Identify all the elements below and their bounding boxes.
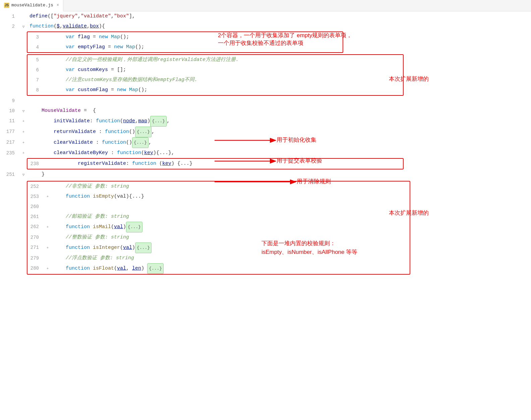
js-file-icon: JS (4, 3, 9, 8)
fold-button[interactable]: + (44, 222, 51, 232)
tab-filename: mouseValidate.js (11, 3, 53, 8)
annotation-box-4: 252 //非空验证 参数: string 253 + function isE… (27, 181, 410, 275)
code-line-5: 5 //自定义的一些校验规则，外部通过调用registerValidate方法进… (27, 55, 403, 65)
tab-close-button[interactable]: × (57, 3, 59, 8)
code-line-260: 260 (27, 202, 410, 212)
line-number: 262 (27, 222, 44, 232)
code-content: registerValidate: function (key) {...} (51, 159, 403, 169)
code-line-252: 252 //非空验证 参数: string (27, 182, 410, 192)
code-content: define(["jquery","validate","box"], (27, 11, 531, 21)
fold-button[interactable]: + (20, 148, 27, 158)
line-number: 238 (27, 159, 44, 169)
code-content: function isMail(val){...} (51, 222, 410, 232)
code-line-235: 235 + clearValidateByKey : function(key)… (0, 148, 531, 158)
fold-button[interactable]: + (44, 242, 51, 253)
fold-button[interactable]: + (20, 127, 27, 137)
code-line-2: 2 ▽ function($,validate,box){ (0, 21, 531, 31)
annotation-box-3: 238 registerValidate: function (key) {..… (27, 158, 404, 169)
code-content: //邮箱验证 参数: string (51, 212, 410, 222)
code-content: var customFlag = new Map(); (51, 85, 403, 95)
code-content: function isFloat(val, len) {...} (51, 263, 410, 274)
line-number: 261 (27, 212, 44, 222)
line-number: 3 (27, 32, 44, 42)
line-number: 251 (0, 169, 20, 180)
fold-button[interactable]: + (44, 263, 51, 274)
code-line-1: 1 define(["jquery","validate","box"], (0, 11, 531, 21)
line-number: 235 (0, 148, 20, 158)
code-line-8: 8 var customFlag = new Map(); (27, 85, 403, 95)
code-editor: 1 define(["jquery","validate","box"], 2 … (0, 11, 531, 420)
fold-button[interactable]: ▽ (20, 106, 27, 116)
line-number: 9 (0, 96, 20, 106)
line-number: 270 (27, 232, 44, 242)
file-tab[interactable]: JS mouseValidate.js × (0, 0, 63, 11)
fold-button[interactable]: ▽ (20, 21, 27, 31)
line-number: 1 (0, 11, 20, 21)
code-content (51, 202, 410, 212)
fold-button (44, 42, 51, 52)
code-line-9: 9 (0, 96, 531, 106)
code-content: MouseValidate = { (27, 106, 531, 116)
code-content: clearValidate : function(){...}, (27, 137, 531, 148)
code-line-261: 261 //邮箱验证 参数: string (27, 212, 410, 222)
code-content: //非空验证 参数: string (51, 182, 410, 192)
annotation-text-1: 2个容器，一个用于收集添加了 empty规则的表单项，一个用于收集校验不通过的表… (218, 31, 352, 47)
code-content: } (27, 169, 531, 180)
code-line-262: 262 + function isMail(val){...} (27, 222, 410, 232)
code-content: clearValidateByKey : function(key){...}, (27, 148, 531, 158)
code-line-177: 177 + returnValidate : function(){...}, (0, 127, 531, 137)
code-content: function($,validate,box){ (27, 21, 531, 31)
line-number: 217 (0, 137, 20, 148)
code-line-251: 251 ▽ } (0, 169, 531, 180)
fold-button[interactable]: ▽ (20, 169, 27, 180)
line-number: 10 (0, 106, 20, 116)
code-content: //自定义的一些校验规则，外部通过调用registerValidate方法进行注… (51, 55, 403, 65)
code-content: //注意customKeys里存储的数据结构和emptyFlag不同. (51, 75, 403, 85)
fold-button[interactable]: + (20, 116, 27, 127)
fold-button[interactable]: + (44, 192, 51, 202)
line-number: 280 (27, 263, 44, 274)
annotation-box-2: 5 //自定义的一些校验规则，外部通过调用registerValidate方法进… (27, 54, 404, 96)
code-line-253: 253 + function isEmpty(val){...} (27, 192, 410, 202)
code-content: var customKeys = []; (51, 65, 403, 75)
code-line-280: 280 + function isFloat(val, len) {...} (27, 263, 410, 274)
editor-container: JS mouseValidate.js × 1 define(["jquery"… (0, 0, 531, 420)
line-number: 279 (27, 253, 44, 263)
line-number: 4 (27, 42, 44, 52)
line-number: 8 (27, 85, 44, 95)
line-number: 6 (27, 65, 44, 75)
line-number: 177 (0, 127, 20, 137)
code-line-11: 11 + initValidate: function(node,map){..… (0, 116, 531, 127)
annotation-text-7: 下面是一堆内置的校验规则：isEmpty、isNumber、isAllPhone… (261, 239, 357, 256)
line-number: 5 (27, 55, 44, 65)
code-content (27, 96, 531, 106)
fold-button (44, 32, 51, 42)
code-content: initValidate: function(node,map){...}, (27, 116, 531, 127)
annotation-text-2: 本次扩展新增的 (389, 75, 429, 83)
line-number: 260 (27, 202, 44, 212)
code-line-7: 7 //注意customKeys里存储的数据结构和emptyFlag不同. (27, 75, 403, 85)
line-number: 252 (27, 182, 44, 192)
line-number: 271 (27, 242, 44, 253)
code-line-10: 10 ▽ MouseValidate = { (0, 106, 531, 116)
line-number: 2 (0, 21, 20, 31)
fold-button[interactable] (20, 11, 27, 21)
line-number: 11 (0, 116, 20, 127)
line-number: 7 (27, 75, 44, 85)
code-line-238: 238 registerValidate: function (key) {..… (27, 159, 403, 169)
code-content: returnValidate : function(){...}, (27, 127, 531, 137)
code-content: function isEmpty(val){...} (51, 192, 410, 202)
code-line-217: 217 + clearValidate : function(){...}, (0, 137, 531, 148)
fold-button[interactable]: + (20, 137, 27, 148)
code-line-6: 6 var customKeys = []; (27, 65, 403, 75)
line-number: 253 (27, 192, 44, 202)
tab-bar: JS mouseValidate.js × (0, 0, 531, 11)
